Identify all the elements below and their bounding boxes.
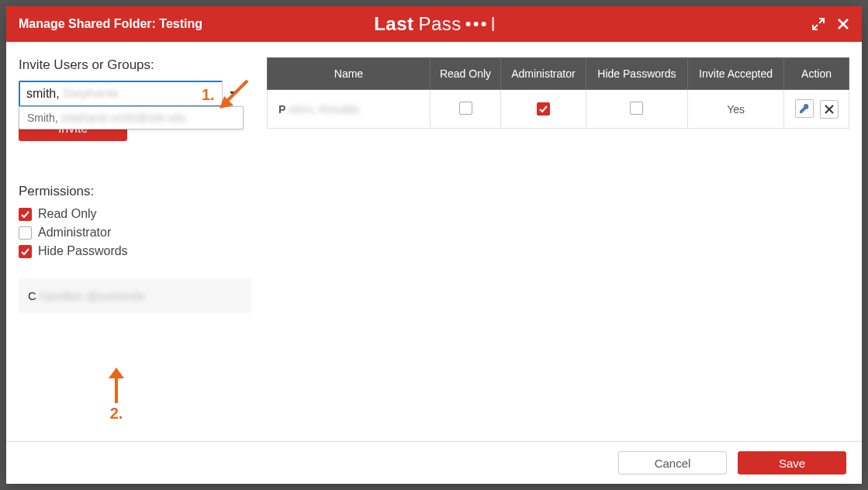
col-hide-passwords: Hide Passwords [586, 58, 687, 90]
permissions-label: Permissions: [19, 184, 251, 199]
edit-row-button[interactable] [795, 99, 814, 118]
col-action: Action [784, 58, 849, 90]
row-administrator-checkbox[interactable] [537, 102, 550, 116]
annotation-1: 1. [202, 78, 251, 112]
members-table: Name Read Only Administrator Hide Passwo… [267, 57, 849, 129]
logo-cursor-icon [493, 17, 494, 31]
modal-header: Manage Shared Folder: Testing LastPass [6, 6, 862, 42]
col-name: Name [268, 58, 431, 90]
modal-footer: Cancel Save [6, 441, 862, 484]
pending-invite-list: C hamilton @somesite [19, 278, 251, 313]
col-administrator: Administrator [501, 58, 586, 90]
expand-icon[interactable] [812, 18, 825, 30]
x-icon [825, 105, 834, 114]
lastpass-logo: LastPass [374, 13, 494, 35]
modal-title: Manage Shared Folder: Testing [19, 17, 202, 31]
hide-passwords-label: Hide Passwords [38, 244, 128, 258]
table-header-row: Name Read Only Administrator Hide Passwo… [268, 58, 849, 90]
read-only-label: Read Only [38, 207, 97, 221]
cancel-button[interactable]: Cancel [618, 451, 727, 474]
wrench-icon [799, 103, 810, 114]
pending-invite-item[interactable]: C hamilton @somesite [28, 289, 242, 302]
administrator-checkbox[interactable] [19, 226, 32, 240]
svg-marker-3 [109, 368, 124, 378]
administrator-label: Administrator [38, 226, 111, 240]
remove-row-button[interactable] [820, 100, 839, 119]
col-read-only: Read Only [431, 58, 501, 90]
annotation-arrow-icon [107, 368, 126, 405]
row-invite-accepted: Yes [688, 90, 784, 129]
row-read-only-checkbox[interactable] [459, 102, 472, 115]
invite-label: Invite Users or Groups: [19, 57, 251, 73]
annotation-arrow-icon [216, 78, 251, 112]
col-invite-accepted: Invite Accepted [688, 58, 784, 90]
close-icon[interactable] [837, 18, 849, 30]
table-row: P eters, Ronaldo [268, 90, 849, 129]
annotation-2: 2. [107, 368, 126, 423]
logo-dots-icon [466, 22, 486, 26]
hide-passwords-checkbox[interactable] [19, 245, 32, 258]
row-hide-passwords-checkbox[interactable] [630, 102, 643, 115]
member-name: P eters, Ronaldo [278, 103, 425, 116]
save-button[interactable]: Save [738, 451, 846, 474]
read-only-checkbox[interactable] [19, 208, 32, 221]
